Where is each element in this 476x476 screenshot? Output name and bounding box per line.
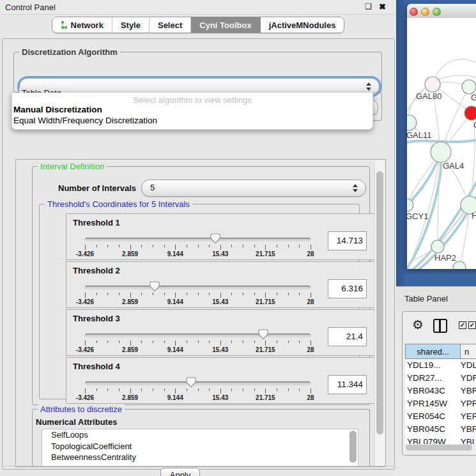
slider-track[interactable] bbox=[85, 334, 311, 337]
network-node-label: GAL80 bbox=[416, 91, 441, 101]
table-body[interactable]: YDL19...YDL1YDR27...YDR2YBR043CYBR0YPR14… bbox=[405, 359, 476, 446]
cell-shared-name: YER054C bbox=[405, 410, 461, 423]
network-edge[interactable] bbox=[459, 205, 470, 268]
tick-label: -3.426 bbox=[76, 394, 94, 401]
gear-icon[interactable]: ⚙ bbox=[412, 317, 424, 332]
threshold-value-field[interactable]: 11.344 bbox=[328, 375, 367, 394]
table-panel-title: Table Panel bbox=[404, 294, 448, 303]
tab-label: Cyni Toolbox bbox=[199, 20, 251, 30]
close-window-icon[interactable]: ✖ bbox=[379, 2, 386, 12]
tick-label: -3.426 bbox=[76, 250, 94, 257]
network-node-c[interactable] bbox=[464, 106, 476, 120]
table-hscrollbar-thumb[interactable] bbox=[406, 445, 472, 450]
network-node-gal80[interactable] bbox=[425, 77, 440, 92]
table-row[interactable]: YBR045CYBR0 bbox=[405, 423, 476, 436]
attribute-list-item[interactable]: BetweennessCentrality bbox=[42, 452, 358, 463]
tab-label: Network bbox=[71, 20, 104, 30]
slider-track[interactable] bbox=[85, 238, 311, 242]
network-node-label: C bbox=[473, 120, 476, 130]
num-intervals-label: Number of Intervals bbox=[58, 183, 136, 193]
tab-network[interactable]: Network bbox=[52, 17, 112, 33]
tab-cyni-toolbox[interactable]: Cyni Toolbox bbox=[191, 17, 260, 33]
attribute-list-item[interactable]: TopologicalCoefficient bbox=[42, 441, 358, 452]
network-canvas[interactable]: GAL80GACGAL11GAL4GCY1HHAP2 bbox=[407, 18, 476, 269]
network-node-label: H bbox=[472, 211, 476, 220]
apply-button[interactable]: Apply bbox=[160, 468, 200, 476]
cell-shared-name: YDL19... bbox=[405, 359, 461, 372]
network-node-ga[interactable] bbox=[462, 80, 476, 94]
threshold-value-field[interactable]: 14.713 bbox=[328, 231, 367, 250]
list-scrollbar-thumb[interactable] bbox=[349, 431, 357, 463]
cell-shared-name: YBR043C bbox=[405, 385, 461, 397]
attributes-list[interactable]: SelfLoopsTopologicalCoefficientBetweenne… bbox=[42, 429, 358, 467]
zoom-traffic-light-icon[interactable] bbox=[433, 8, 441, 16]
threshold-label: Threshold 3 bbox=[73, 314, 120, 323]
divider bbox=[3, 466, 394, 466]
tab-select[interactable]: Select bbox=[150, 17, 191, 33]
tick-label: 28 bbox=[307, 394, 314, 401]
tab-jactivemnodules[interactable]: jActiveMNodules bbox=[261, 17, 344, 33]
table-panel-frame: ⚙ ✓ ✓ shared... n YDL19...YDL1YDR27...YD… bbox=[402, 311, 476, 456]
checkbox-icon[interactable]: ✓ bbox=[459, 321, 466, 329]
pane-scrollbar[interactable] bbox=[374, 160, 385, 466]
cell-name: YDL1 bbox=[461, 359, 476, 372]
slider-handle[interactable] bbox=[210, 233, 220, 244]
control-panel: Control Panel ❑ ✖ NetworkStyleSelectCyni… bbox=[0, 0, 396, 476]
algorithm-option[interactable]: Manual Discretization bbox=[13, 105, 102, 114]
combo-arrows-icon bbox=[366, 82, 371, 91]
tab-label: Style bbox=[121, 20, 141, 30]
tick-label: -3.426 bbox=[76, 298, 94, 305]
attribute-list-item[interactable]: SelfLoops bbox=[42, 429, 358, 441]
slider-handle[interactable] bbox=[150, 281, 160, 292]
cyni-toolbox-panel: Discretization Algorithm Select algorith… bbox=[2, 38, 395, 470]
slider-handle[interactable] bbox=[186, 377, 196, 388]
network-view-window[interactable]: GAL80GACGAL11GAL4GCY1HHAP2 bbox=[407, 4, 476, 269]
slider-handle[interactable] bbox=[258, 329, 268, 340]
table-toolbar: ⚙ ✓ ✓ bbox=[403, 312, 476, 341]
table-row[interactable]: YER054CYER0 bbox=[405, 410, 476, 423]
thresholds-group-title: Threshold's Coordinates for 5 Intervals bbox=[45, 199, 192, 209]
split-view-icon[interactable] bbox=[433, 319, 447, 333]
table-row[interactable]: YDR27...YDR2 bbox=[405, 372, 476, 385]
slider-track[interactable] bbox=[85, 286, 311, 289]
tick-label: 21.715 bbox=[256, 298, 275, 305]
threshold-panel: Threshold 3-3.4262.8599.14415.4321.71528… bbox=[66, 309, 376, 356]
checkbox-icon[interactable]: ✓ bbox=[468, 321, 476, 329]
tick-label: 2.859 bbox=[122, 394, 138, 401]
tick-label: 28 bbox=[307, 298, 314, 305]
float-window-icon[interactable]: ❑ bbox=[365, 2, 372, 11]
tick-label: 21.715 bbox=[256, 250, 275, 257]
minimize-traffic-light-icon[interactable] bbox=[421, 8, 429, 16]
threshold-value-field[interactable]: 6.316 bbox=[328, 279, 367, 298]
num-intervals-combo[interactable]: 5 bbox=[141, 180, 366, 197]
algorithm-dropdown-popup: Select algorithm to view settings Manual… bbox=[12, 93, 373, 130]
tick-label: 21.715 bbox=[256, 394, 275, 401]
discretization-algorithm-title: Discretization Algorithm bbox=[19, 47, 120, 57]
table-hscrollbar[interactable] bbox=[405, 444, 476, 451]
network-graph-icon bbox=[61, 20, 68, 29]
network-node-gal4[interactable] bbox=[431, 142, 451, 162]
table-header-row: shared... n bbox=[405, 344, 476, 359]
table-row[interactable]: YDL19...YDL1 bbox=[405, 359, 476, 372]
cell-shared-name: YDR27... bbox=[405, 372, 461, 385]
tick-label: 15.43 bbox=[212, 298, 228, 305]
cell-name: YBR0 bbox=[461, 423, 476, 436]
close-traffic-light-icon[interactable] bbox=[410, 8, 418, 16]
threshold-value-field[interactable]: 21.4 bbox=[328, 327, 367, 346]
network-node-hap2[interactable] bbox=[431, 240, 444, 253]
network-window-titlebar[interactable] bbox=[407, 4, 476, 19]
threshold-label: Threshold 2 bbox=[73, 266, 120, 275]
threshold-label: Threshold 4 bbox=[73, 362, 120, 371]
pane-scrollbar-thumb[interactable] bbox=[376, 171, 383, 434]
slider-track[interactable] bbox=[85, 381, 311, 385]
cell-shared-name: YPR145W bbox=[405, 397, 461, 410]
table-row[interactable]: YBR043CYBR0 bbox=[405, 385, 476, 397]
table-row[interactable]: YPR145WYPR1 bbox=[405, 397, 476, 410]
algorithm-option[interactable]: Equal Width/Frequency Discretization bbox=[13, 116, 157, 125]
column-header-name[interactable]: n bbox=[461, 344, 476, 359]
tick-labels: -3.4262.8599.14415.4321.71528 bbox=[85, 346, 311, 353]
column-header-shared-name[interactable]: shared... bbox=[405, 344, 461, 359]
tab-style[interactable]: Style bbox=[112, 17, 150, 33]
numerical-attributes-label: Numerical Attributes bbox=[36, 417, 117, 427]
right-region: GAL80GACGAL11GAL4GCY1HHAP2 Table Panel ⚙… bbox=[396, 0, 476, 476]
